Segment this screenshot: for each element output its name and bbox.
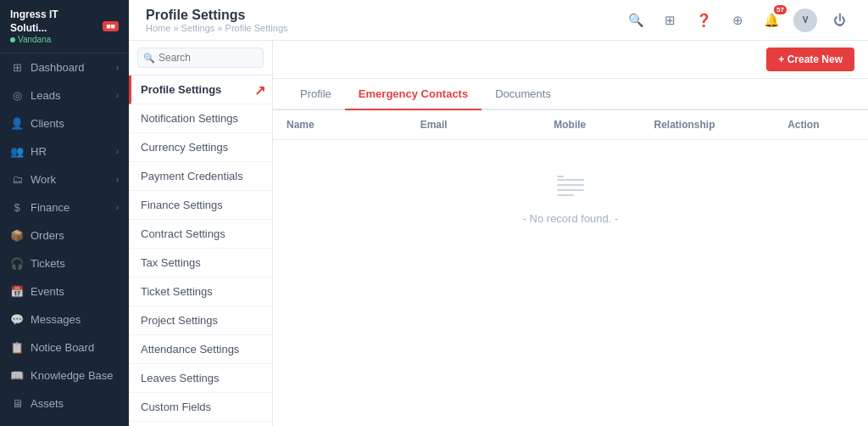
sidebar-item-other[interactable]: ⋯ otter ›: [0, 418, 129, 426]
sidebar-item-dashboard[interactable]: ⊞ Dashboard ›: [0, 53, 129, 81]
breadcrumb: Home » Settings » Profile Settings: [146, 23, 288, 33]
panel-table-area: Profile Emergency Contacts Documents Nam…: [273, 79, 868, 426]
brand-name: Ingress IT Soluti...: [10, 8, 96, 35]
main-area: Profile Settings Home » Settings » Profi…: [129, 0, 868, 426]
chevron-icon: ›: [116, 203, 119, 212]
topbar: Profile Settings Home » Settings » Profi…: [129, 0, 868, 41]
sidebar-item-orders[interactable]: 📦 Orders: [0, 221, 129, 249]
menu-item-finance-settings[interactable]: Finance Settings: [129, 191, 272, 220]
panel-toolbar: + Create New: [273, 41, 868, 79]
menu-item-label: Profile Settings: [141, 83, 221, 96]
col-mobile: Mobile: [554, 119, 654, 131]
menu-item-label: Leaves Settings: [141, 372, 220, 384]
plus-icon[interactable]: ⊕: [726, 8, 749, 32]
assets-icon: 🖥: [10, 397, 24, 410]
content-area: 🔍 Profile Settings ↗ Notification Settin…: [129, 41, 868, 426]
empty-state: - No record found. -: [273, 140, 868, 259]
empty-text: - No record found. -: [523, 212, 619, 225]
messages-icon: 💬: [10, 313, 24, 326]
menu-item-label: Finance Settings: [141, 199, 223, 211]
orders-icon: 📦: [10, 229, 24, 242]
notifications-wrap[interactable]: 🔔 57: [760, 8, 783, 32]
menu-item-project-settings[interactable]: Project Settings: [129, 306, 272, 335]
menu-item-profile-settings[interactable]: Profile Settings ↗: [129, 76, 272, 104]
sidebar-label-kb: Knowledge Base: [31, 369, 114, 382]
avatar[interactable]: V: [793, 8, 817, 32]
col-name: Name: [287, 119, 420, 131]
sidebar-item-events[interactable]: 📅 Events: [0, 277, 129, 305]
create-new-button[interactable]: + Create New: [766, 48, 854, 71]
sidebar-item-noticeboard[interactable]: 📋 Notice Board: [0, 334, 129, 362]
tab-profile[interactable]: Profile: [287, 79, 345, 110]
sidebar-item-messages[interactable]: 💬 Messages: [0, 305, 129, 334]
cursor-arrow: ↗: [254, 81, 265, 98]
menu-item-label: Payment Credentials: [141, 170, 243, 182]
menu-item-label: Currency Settings: [141, 141, 228, 154]
settings-search-wrap: 🔍: [129, 41, 272, 76]
sidebar-label-tickets: Tickets: [31, 257, 65, 270]
menu-item-payment-credentials[interactable]: Payment Credentials: [129, 162, 272, 191]
work-icon: 🗂: [10, 173, 24, 186]
menu-item-notification-settings[interactable]: Notification Settings: [129, 104, 272, 133]
page-title: Profile Settings: [146, 8, 288, 23]
sidebar-item-hr[interactable]: 👥 HR ›: [0, 137, 129, 165]
sidebar-item-leads[interactable]: ◎ Leads ›: [0, 81, 129, 109]
power-icon[interactable]: ⏻: [827, 8, 851, 32]
menu-item-contract-settings[interactable]: Contract Settings: [129, 220, 272, 249]
chevron-icon: ›: [116, 63, 119, 72]
menu-item-label: Tax Settings: [141, 256, 201, 269]
sidebar-label-messages: Messages: [31, 313, 81, 326]
events-icon: 📅: [10, 285, 24, 298]
question-icon[interactable]: ❓: [692, 8, 715, 32]
table-header: Name Email Mobile Relationship Action: [273, 110, 868, 140]
menu-item-attendance-settings[interactable]: Attendance Settings: [129, 335, 272, 364]
online-indicator: [10, 37, 15, 42]
sidebar-label-finance: Finance: [31, 201, 70, 214]
brand: Ingress IT Soluti... Vandana ■■: [0, 0, 129, 53]
sidebar-label-noticeboard: Notice Board: [31, 341, 94, 354]
search-input[interactable]: [137, 48, 264, 68]
tab-emergency-contacts[interactable]: Emergency Contacts: [345, 79, 481, 110]
menu-item-label: Custom Fields: [141, 401, 211, 413]
settings-menu: 🔍 Profile Settings ↗ Notification Settin…: [129, 41, 273, 426]
search-input-icon: 🔍: [143, 53, 155, 64]
col-relationship: Relationship: [654, 119, 788, 131]
menu-item-tax-settings[interactable]: Tax Settings: [129, 249, 272, 277]
col-action: Action: [787, 119, 854, 131]
chevron-icon: ›: [116, 175, 119, 184]
search-icon[interactable]: 🔍: [624, 8, 648, 32]
menu-item-label: Ticket Settings: [141, 285, 213, 298]
finance-icon: $: [10, 201, 24, 214]
sidebar-item-finance[interactable]: $ Finance ›: [0, 193, 129, 221]
clients-icon: 👤: [10, 117, 24, 130]
tab-documents[interactable]: Documents: [481, 79, 565, 110]
menu-item-label: Contract Settings: [141, 227, 225, 240]
grid-icon[interactable]: ⊞: [658, 8, 682, 32]
sidebar-item-knowledgebase[interactable]: 📖 Knowledge Base: [0, 362, 129, 390]
sidebar-item-work[interactable]: 🗂 Work ›: [0, 165, 129, 193]
chevron-icon: ›: [116, 147, 119, 156]
hr-icon: 👥: [10, 145, 24, 158]
notif-badge: 57: [774, 5, 787, 14]
sidebar-label-clients: Clients: [31, 117, 64, 130]
kb-icon: 📖: [10, 369, 24, 382]
svg-rect-3: [557, 176, 564, 177]
panel-tabs: Profile Emergency Contacts Documents: [273, 79, 868, 110]
leads-icon: ◎: [10, 89, 24, 102]
menu-item-leaves-settings[interactable]: Leaves Settings: [129, 364, 272, 393]
sidebar-label-orders: Orders: [31, 229, 64, 242]
sidebar-item-clients[interactable]: 👤 Clients: [0, 109, 129, 137]
menu-item-label: Attendance Settings: [141, 343, 239, 356]
svg-rect-2: [557, 189, 584, 191]
sidebar-item-assets[interactable]: 🖥 Assets: [0, 390, 129, 418]
menu-item-currency-settings[interactable]: Currency Settings: [129, 133, 272, 162]
sidebar-label-work: Work: [31, 173, 56, 186]
main-panel: + Create New Profile Emergency Contacts …: [273, 41, 868, 426]
svg-rect-0: [557, 179, 584, 181]
sidebar-item-tickets[interactable]: 🎧 Tickets: [0, 249, 129, 277]
svg-rect-1: [557, 184, 584, 186]
menu-item-ticket-settings[interactable]: Ticket Settings: [129, 277, 272, 306]
brand-user: Vandana: [18, 35, 51, 44]
menu-item-label: Notification Settings: [141, 112, 238, 125]
menu-item-custom-fields[interactable]: Custom Fields: [129, 393, 272, 422]
